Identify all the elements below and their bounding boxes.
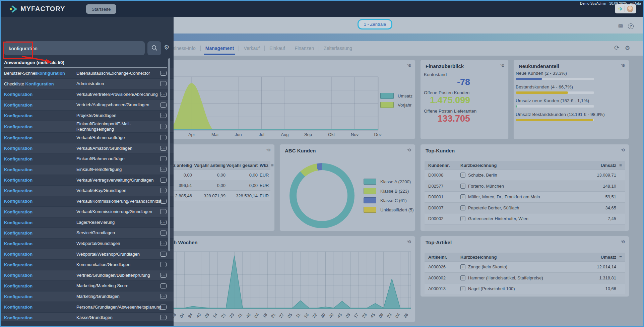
search-result-row[interactable]: KonfigurationKommunikation/Grundlagen··· xyxy=(1,260,174,270)
result-actions-button[interactable]: ··· xyxy=(160,81,167,86)
table-row[interactable]: D00008!Schulze, Berlin13.089,71 xyxy=(425,170,625,181)
search-result-row[interactable]: KonfigurationEinkauf/Fremdfertigung··· xyxy=(1,165,174,175)
table-menu-icon[interactable]: ≡ xyxy=(271,163,274,168)
result-actions-button[interactable]: ··· xyxy=(160,305,167,310)
table-row[interactable]: A000002!Hammer (Handelsartikel, Staffelp… xyxy=(425,272,625,283)
tab-management[interactable]: Management xyxy=(201,41,239,56)
result-actions-button[interactable]: ··· xyxy=(160,209,167,214)
help-icon[interactable]: ? xyxy=(628,23,634,29)
search-result-row[interactable]: KonfigurationVerkauf/Vertragsverwaltung/… xyxy=(1,175,174,185)
search-result-row[interactable]: KonfigurationVerkauf/eBay/Grundlagen··· xyxy=(1,186,174,196)
info-icon[interactable]: ! xyxy=(460,205,465,210)
result-actions-button[interactable]: ··· xyxy=(160,315,167,320)
result-actions-button[interactable]: ··· xyxy=(160,178,167,183)
result-actions-button[interactable]: ··· xyxy=(160,135,167,140)
widget-gear-icon[interactable]: ∘⚙ xyxy=(266,148,270,152)
tab-verkauf[interactable]: Verkauf xyxy=(239,41,264,56)
search-settings-gear-icon[interactable]: ⚙ xyxy=(164,44,170,51)
search-result-row[interactable]: KonfigurationVerkauf/Rahmenaufträge··· xyxy=(1,133,174,143)
widget-gear-icon[interactable]: ∘⚙ xyxy=(621,148,625,152)
search-result-row[interactable]: KonfigurationVertrieb/Auftragschancen/Gr… xyxy=(1,100,174,110)
info-icon[interactable]: ! xyxy=(460,286,465,291)
refresh-icon[interactable]: ⟳ xyxy=(614,44,620,52)
result-actions-button[interactable]: ··· xyxy=(160,124,167,129)
info-icon[interactable]: ! xyxy=(460,275,465,280)
result-actions-button[interactable]: ··· xyxy=(160,294,167,299)
result-app-match: Konfiguration xyxy=(4,283,33,288)
svg-text:40: 40 xyxy=(195,312,202,319)
search-result-row[interactable]: Benutzer-SchnellkonfigurationDatenaustau… xyxy=(1,68,174,78)
search-result-row[interactable]: KonfigurationService/Grundlagen··· xyxy=(1,228,174,238)
top-bar: MYFACTORY Startseite xyxy=(1,1,643,17)
dashboard-settings-gear-icon[interactable]: ⚙ xyxy=(625,45,630,52)
search-result-row[interactable]: KonfigurationMarketing/Grundlagen··· xyxy=(1,291,174,302)
info-icon[interactable]: ! xyxy=(460,184,465,189)
result-actions-button[interactable]: ··· xyxy=(160,262,167,267)
search-result-row[interactable]: Checkliste KonfigurationAdministration··… xyxy=(1,79,174,89)
search-result-row[interactable]: KonfigurationWebportal/Grundlagen··· xyxy=(1,239,174,249)
search-result-row[interactable]: KonfigurationKasse/Grundlagen··· xyxy=(1,313,174,321)
search-result-row[interactable]: KonfigurationLager/Reservierung··· xyxy=(1,217,174,227)
search-result-row[interactable]: KonfigurationVerkauf/Amazon/Grundlagen··… xyxy=(1,143,174,153)
svg-text:04: 04 xyxy=(253,312,260,319)
svg-text:04: 04 xyxy=(394,312,401,319)
result-actions-button[interactable]: ··· xyxy=(160,220,167,225)
user-avatar[interactable] xyxy=(627,6,633,12)
search-result-row[interactable]: KonfigurationEinkauf/Rahmenaufträge··· xyxy=(1,154,174,164)
search-result-row[interactable]: KonfigurationPersonal/Grundlagen/Abwesen… xyxy=(1,302,174,312)
result-actions-button[interactable]: ··· xyxy=(160,283,167,288)
table-row[interactable]: D02577!Forterro, München148,10 xyxy=(425,181,625,192)
result-actions-button[interactable]: ··· xyxy=(160,241,167,246)
startseite-tab[interactable]: Startseite xyxy=(86,4,116,14)
info-icon[interactable]: ! xyxy=(460,173,465,178)
info-icon[interactable]: ! xyxy=(460,264,465,269)
search-button[interactable] xyxy=(147,41,161,55)
result-actions-button[interactable]: ··· xyxy=(160,231,167,236)
result-actions-button[interactable]: ··· xyxy=(160,188,167,193)
info-icon[interactable]: ! xyxy=(460,194,465,199)
widget-gear-icon[interactable]: ∘⚙ xyxy=(500,63,504,68)
table-menu-icon[interactable]: ≡ xyxy=(616,255,625,260)
table-header-row: Artikelnr.KurzbezeichnungUmsatz≡ xyxy=(425,253,625,261)
company-selector-badge[interactable]: 1 - Zentrale xyxy=(358,19,392,29)
scrollbar-thumb[interactable] xyxy=(168,58,170,251)
table-row[interactable] xyxy=(425,224,625,232)
panel-scrollbar[interactable] xyxy=(168,58,170,321)
search-result-row[interactable]: KonfigurationVerkauf/Kommissionierung/Gr… xyxy=(1,207,174,217)
search-result-row[interactable]: KonfigurationWebportal/Webshop/Grundlage… xyxy=(1,249,174,259)
result-actions-button[interactable]: ··· xyxy=(160,92,167,97)
search-result-row[interactable]: KonfigurationEinkauf/Datenimport/E-Mail-… xyxy=(1,121,174,132)
result-actions-button[interactable]: ··· xyxy=(160,156,167,161)
search-result-row[interactable]: KonfigurationMarketing/Marketing Score··… xyxy=(1,281,174,291)
result-actions-button[interactable]: ··· xyxy=(160,252,167,257)
table-row[interactable]: A000026!Zange (kein Skonto)12.014,14 xyxy=(425,261,625,272)
table-row[interactable]: A000013!Nagel (Preiseinheit 100)10,66 xyxy=(425,283,625,294)
tab-zeiterfassung[interactable]: Zeiterfassung xyxy=(319,41,357,56)
widget-gear-icon[interactable]: ∘⚙ xyxy=(621,240,625,244)
info-icon[interactable]: ! xyxy=(460,216,465,221)
search-result-row[interactable]: KonfigurationVerkauf/Vertreter/Provision… xyxy=(1,89,174,100)
table-row[interactable]: D00002!Gartencenter Hinterhofer, Wien7,4… xyxy=(425,213,625,224)
table-row[interactable]: D00007!Papeterie Berber, Süßlach34,65 xyxy=(425,202,625,213)
result-actions-button[interactable]: ··· xyxy=(160,71,167,76)
table-menu-icon[interactable]: ≡ xyxy=(616,163,625,168)
profile-button-group[interactable] xyxy=(615,4,636,13)
result-app-match: Konfiguration xyxy=(4,315,33,320)
result-actions-button[interactable]: ··· xyxy=(160,167,167,172)
result-actions-button[interactable]: ··· xyxy=(160,146,167,151)
widget-gear-icon[interactable]: ∘⚙ xyxy=(407,148,411,152)
result-actions-button[interactable]: ··· xyxy=(160,199,167,204)
legend-label: Klasse A (2200) xyxy=(380,179,411,184)
widget-gear-icon[interactable]: ∘⚙ xyxy=(621,63,625,68)
customer-share-label: Umsatz neue Kunden (152 € - 1,1%) xyxy=(516,98,605,103)
search-result-row[interactable]: KonfigurationVertrieb/Grundlagen/Dublett… xyxy=(1,270,174,280)
tab-finanzen[interactable]: Finanzen xyxy=(290,41,319,56)
search-result-row[interactable]: KonfigurationProjekte/Grundlagen··· xyxy=(1,111,174,121)
result-actions-button[interactable]: ··· xyxy=(160,113,167,118)
mail-icon[interactable]: ✉ xyxy=(618,23,623,30)
result-actions-button[interactable]: ··· xyxy=(160,103,167,108)
table-row[interactable]: D00001!Müller, Marco, Dr., Frankfurt am … xyxy=(425,191,625,202)
tab-einkauf[interactable]: Einkauf xyxy=(265,41,290,56)
result-actions-button[interactable]: ··· xyxy=(160,273,167,278)
search-result-row[interactable]: KonfigurationVerkauf/Kommissionierung/Ve… xyxy=(1,196,174,206)
